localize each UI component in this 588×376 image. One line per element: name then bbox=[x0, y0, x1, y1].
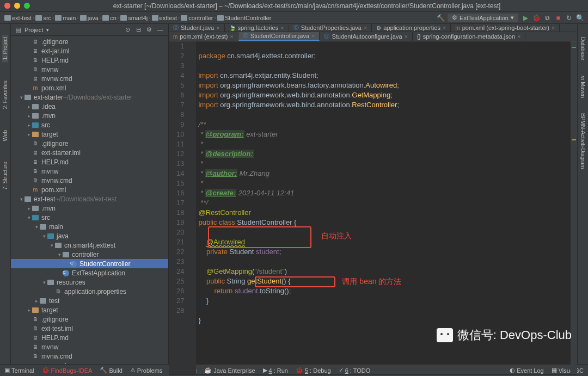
close-tab-icon[interactable]: × bbox=[443, 24, 446, 31]
tree-node[interactable]: 🗎HELP.md bbox=[11, 157, 168, 167]
database-tool-tab[interactable]: Database bbox=[580, 35, 586, 63]
editor-tab[interactable]: ⒸStudent.java× bbox=[169, 24, 225, 32]
tree-node[interactable]: 🗎HELP.md bbox=[11, 56, 168, 65]
project-tool-tab[interactable]: 1: Project bbox=[2, 35, 8, 62]
build-icon[interactable]: 🔨 bbox=[437, 14, 444, 22]
code-content[interactable]: package cn.smart4j.exttest.controller; i… bbox=[196, 41, 571, 374]
tree-node[interactable]: CExtTestApplication bbox=[11, 268, 168, 278]
close-tab-icon[interactable]: × bbox=[405, 33, 408, 40]
breadcrumb-item[interactable]: exttest bbox=[152, 15, 177, 21]
favorites-tool-tab[interactable]: 2: Favorites bbox=[2, 78, 8, 111]
editor-tab[interactable]: ⚙application.properties× bbox=[372, 24, 451, 32]
editor-tab[interactable]: mpom.xml (ext-test)× bbox=[169, 32, 238, 41]
tree-node[interactable]: ▾ext-test ~/Downloads/ext-test bbox=[11, 194, 168, 204]
breadcrumb-item[interactable]: StudentController bbox=[217, 15, 272, 21]
tree-node[interactable]: 🗎HELP.md bbox=[11, 333, 168, 342]
tree-node[interactable]: 🗎mvnw bbox=[11, 342, 168, 352]
window-controls bbox=[4, 3, 30, 9]
maximize-window-button[interactable] bbox=[24, 3, 30, 9]
maven-tool-tab[interactable]: m Maven bbox=[580, 73, 586, 100]
tree-node[interactable]: 🗎mvnw.cmd bbox=[11, 176, 168, 185]
close-tab-icon[interactable]: × bbox=[311, 33, 315, 39]
editor-area: ⒸStudent.java×🍃spring.factories×ⒸStudent… bbox=[169, 24, 577, 364]
bpmn-tool-tab[interactable]: BPMN-Activiti-Diagram bbox=[580, 111, 586, 171]
tree-node[interactable]: ▾controller bbox=[11, 250, 168, 259]
close-tab-icon[interactable]: × bbox=[364, 24, 367, 31]
search-icon[interactable]: 🔍 bbox=[576, 14, 584, 22]
tree-node[interactable]: mpom.xml bbox=[11, 361, 168, 364]
tree-node[interactable]: mpom.xml bbox=[11, 83, 168, 93]
tree-node[interactable]: ▸test bbox=[11, 296, 168, 305]
tree-node[interactable]: ▾java bbox=[11, 231, 168, 241]
editor-tab[interactable]: ⒸStudentController.java× bbox=[238, 32, 320, 41]
tree-node[interactable]: 🗎mvnw bbox=[11, 167, 168, 176]
tree-node[interactable]: ▸.mvn bbox=[11, 111, 168, 120]
settings-icon[interactable]: ⚙ bbox=[145, 26, 153, 34]
editor-tab[interactable]: ⒸStudentProperties.java× bbox=[289, 24, 372, 32]
bottom-tool-button[interactable]: ▣ Terminal bbox=[4, 367, 34, 374]
editor-scrollbar[interactable] bbox=[571, 41, 577, 374]
annotation-inject: 自动注入 bbox=[321, 231, 352, 241]
select-opened-icon[interactable]: ⊙ bbox=[124, 26, 131, 34]
tree-node[interactable]: 🗎ext-starter.iml bbox=[11, 148, 168, 157]
breadcrumb-item[interactable]: controller bbox=[181, 15, 213, 21]
tree-node[interactable]: CStudentController bbox=[11, 259, 168, 268]
tree-node[interactable]: ▾cn.smart4j.exttest bbox=[11, 241, 168, 250]
tree-node[interactable]: 🗎.gitignore bbox=[11, 37, 168, 46]
close-tab-icon[interactable]: × bbox=[230, 33, 233, 40]
breadcrumb-item[interactable]: src bbox=[35, 15, 51, 21]
tree-node[interactable]: 🗎.gitignore bbox=[11, 315, 168, 324]
close-tab-icon[interactable]: × bbox=[517, 33, 520, 40]
tree-node[interactable]: ▸target bbox=[11, 305, 168, 315]
tree-node[interactable]: ▸target bbox=[11, 130, 168, 139]
tree-node[interactable]: ▾ext-starter ~/Downloads/ext-starter bbox=[11, 93, 168, 102]
bottom-tool-button[interactable]: ⚠ Problems bbox=[130, 367, 162, 374]
breadcrumb-item[interactable]: cn bbox=[102, 15, 117, 21]
web-tool-tab[interactable]: Web bbox=[2, 128, 8, 143]
stop-button[interactable]: ■ bbox=[554, 14, 562, 22]
tree-node[interactable]: 🗎ext-test.iml bbox=[11, 324, 168, 333]
run-config-selector[interactable]: ⚙ ExtTestApplication ▾ bbox=[448, 14, 518, 22]
structure-tool-tab[interactable]: 7: Structure bbox=[2, 159, 8, 192]
close-tab-icon[interactable]: × bbox=[552, 24, 555, 31]
left-tool-strip: 1: Project 2: Favorites Web 7: Structure bbox=[0, 24, 11, 364]
breadcrumb-bar: ext-test›src›main›java›cn›smart4j›exttes… bbox=[0, 12, 588, 24]
editor-tab[interactable]: ⒸStudentAutoconfigure.java× bbox=[320, 32, 412, 41]
tree-node[interactable]: 🗎mvnw.cmd bbox=[11, 352, 168, 361]
bottom-tool-button[interactable]: 🐞 FindBugs-IDEA bbox=[42, 367, 93, 374]
debug-button[interactable]: 🐞 bbox=[532, 14, 540, 22]
tree-node[interactable]: mpom.xml bbox=[11, 185, 168, 194]
tree-node[interactable]: ▾src bbox=[11, 213, 168, 222]
editor-tab[interactable]: 🍃spring.factories× bbox=[225, 24, 289, 32]
tree-node[interactable]: ▾main bbox=[11, 222, 168, 231]
tree-node[interactable]: 🗎application.properties bbox=[11, 287, 168, 296]
wechat-icon bbox=[437, 328, 453, 342]
editor-tab[interactable]: mpom.xml (ext-spring-boot-starter)× bbox=[451, 24, 560, 32]
close-tab-icon[interactable]: × bbox=[280, 24, 284, 31]
minimize-window-button[interactable] bbox=[14, 3, 20, 9]
tree-node[interactable]: 🗎mvnw.cmd bbox=[11, 74, 168, 83]
tree-node[interactable]: ▸.idea bbox=[11, 102, 168, 111]
editor-tab[interactable]: {}spring-configuration-metadata.json× bbox=[413, 32, 526, 41]
breadcrumb-item[interactable]: ext-test bbox=[4, 15, 32, 21]
tree-node[interactable]: ▸src bbox=[11, 120, 168, 130]
collapse-all-icon[interactable]: ⊟ bbox=[134, 26, 142, 34]
tree-node[interactable]: 🗎ext-jar.iml bbox=[11, 46, 168, 56]
project-sidebar: ▤ Project ▾ ⊙ ⊟ ⚙ — 🗎.gitignore🗎ext-jar.… bbox=[11, 24, 169, 364]
run-button[interactable]: ▶ bbox=[522, 14, 529, 22]
breadcrumb-item[interactable]: java bbox=[80, 15, 99, 21]
breadcrumb-item[interactable]: main bbox=[55, 15, 76, 21]
tree-node[interactable]: 🗎mvnw bbox=[11, 65, 168, 74]
bottom-tool-button[interactable]: 🔨 Build bbox=[100, 367, 122, 374]
close-tab-icon[interactable]: × bbox=[216, 24, 219, 31]
breadcrumb-item[interactable]: smart4j bbox=[120, 15, 148, 21]
hide-icon[interactable]: — bbox=[156, 26, 164, 34]
tree-node[interactable]: 🗎.gitignore bbox=[11, 139, 168, 148]
coverage-button[interactable]: ⧉ bbox=[543, 14, 551, 22]
close-window-button[interactable] bbox=[4, 3, 10, 9]
tree-node[interactable]: ▾resources bbox=[11, 278, 168, 287]
window-title: ext-starter [~/Downloads/ext-starter] – … bbox=[30, 2, 584, 10]
update-button[interactable]: ↻ bbox=[565, 14, 573, 22]
tree-node[interactable]: ▸.mvn bbox=[11, 204, 168, 213]
watermark: 微信号: DevOps-Club bbox=[437, 327, 572, 343]
